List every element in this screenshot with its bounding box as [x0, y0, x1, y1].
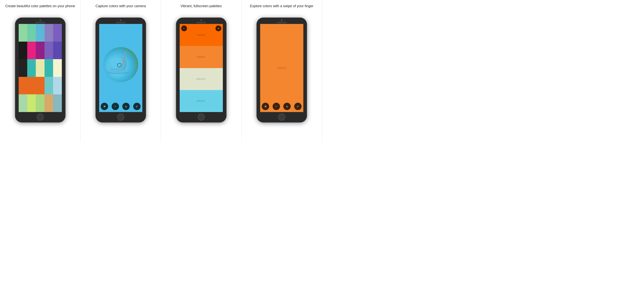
speaker-4 [277, 22, 286, 23]
panel-1-title: Create beautiful color palettes on your … [5, 4, 75, 14]
speaker-2 [116, 22, 126, 23]
palette-cell [19, 24, 27, 42]
phone-4: F3862F [256, 18, 307, 122]
color-code-4: F3862F [277, 67, 286, 70]
palette-cell [19, 59, 27, 77]
palette-cell [36, 42, 44, 59]
palette-row [19, 94, 62, 112]
palette-cell [19, 94, 27, 112]
camera-icon [125, 105, 127, 108]
palette-stripe: F3862F [180, 46, 223, 68]
panel-4-title: Explore colors with a swipe of your fing… [250, 4, 314, 14]
front-camera-1 [40, 20, 41, 21]
palette-stripe: 68D1E7 [180, 90, 223, 112]
palette-row [19, 59, 62, 77]
palette-cell [27, 77, 36, 94]
phone-top-4 [256, 18, 307, 23]
phone-top-2 [96, 18, 146, 23]
nav-external-button[interactable] [216, 26, 221, 31]
screen-2 [99, 24, 142, 112]
nav-back-button[interactable] [181, 26, 187, 31]
palette-cell [36, 94, 44, 112]
hand-button-4[interactable] [272, 103, 280, 110]
palette-cell [19, 77, 27, 94]
cancel-button[interactable] [101, 103, 108, 110]
palette-cell [36, 59, 44, 77]
confirm-button-4[interactable] [294, 103, 302, 110]
phone-2 [96, 18, 146, 122]
front-camera-3 [200, 20, 202, 21]
home-button-1[interactable] [37, 114, 44, 120]
palette-cell [53, 94, 62, 112]
speaker-3 [196, 22, 206, 23]
fullscreen-palette: FA6900F3862FE0E4CC68D1E7 [180, 24, 223, 112]
phone-top-3 [176, 18, 226, 23]
swipe-view: F3862F [260, 24, 303, 112]
camera-button[interactable] [122, 103, 130, 110]
x-icon [103, 105, 106, 108]
confirm-button[interactable] [133, 103, 140, 110]
panel-2: Capture colors with your camera [80, 0, 161, 142]
hand-button[interactable] [112, 103, 119, 110]
palette-cell [19, 42, 27, 59]
camera-controls [99, 103, 142, 110]
coffee-image [103, 47, 138, 82]
palette-row [19, 42, 62, 59]
palette-cell [27, 59, 36, 77]
speaker-1 [36, 22, 45, 23]
palette-cell [27, 94, 36, 112]
screen-3: FA6900F3862FE0E4CC68D1E7 [180, 24, 223, 112]
panel-3: Vibrant, fullscreen palettes FA6900F3862… [161, 0, 242, 142]
palette-cell [44, 77, 53, 94]
palette-cell [44, 94, 53, 112]
left-arrow-icon [183, 27, 185, 30]
palette-cell [53, 24, 62, 42]
palette-cell [36, 77, 44, 94]
camera-view [99, 24, 142, 112]
palette-cell [53, 59, 62, 77]
palette-cell [44, 59, 53, 77]
panel-4: Explore colors with a swipe of your fing… [242, 0, 322, 142]
external-link-icon [217, 27, 219, 30]
stripe-code: 68D1E7 [197, 100, 206, 102]
home-button-3[interactable] [198, 114, 205, 120]
palette-cell [36, 24, 44, 42]
stripe-code: F3862F [197, 56, 206, 58]
stripe-code: E0E4CC [196, 78, 206, 80]
palette-cell [27, 24, 36, 42]
camera-circle [103, 47, 138, 82]
swipe-controls [260, 103, 303, 110]
camera-button-4[interactable] [283, 103, 291, 110]
cancel-button-4[interactable] [262, 103, 269, 110]
cup-saucer [107, 70, 128, 73]
check-icon-4 [296, 105, 299, 108]
stripe-code: FA6900 [197, 34, 206, 36]
palette-row [19, 77, 62, 94]
panel-2-title: Capture colors with your camera [96, 4, 146, 14]
front-camera-4 [281, 20, 282, 21]
hand-icon-4 [275, 105, 278, 108]
check-icon [136, 105, 138, 108]
home-button-4[interactable] [278, 114, 285, 120]
front-camera-2 [120, 20, 122, 21]
home-button-2[interactable] [117, 114, 124, 120]
screen-1 [19, 24, 62, 112]
palette-cell [53, 42, 62, 59]
palette-row [19, 24, 62, 42]
palette-cell [44, 42, 53, 59]
x-icon-4 [264, 105, 267, 108]
hand-icon [114, 105, 116, 108]
palette-cell [53, 77, 62, 94]
phone-3: FA6900F3862FE0E4CC68D1E7 [176, 18, 226, 122]
panel-3-title: Vibrant, fullscreen palettes [181, 4, 222, 14]
palette-cell [27, 42, 36, 59]
palette-stripe: FA6900 [180, 24, 223, 46]
camera-icon-4 [286, 105, 288, 108]
phone-top-1 [15, 18, 66, 23]
phone-1 [15, 18, 66, 122]
screen-4: F3862F [260, 24, 303, 112]
palette-stripe: E0E4CC [180, 68, 223, 90]
panel-1: Create beautiful color palettes on your … [0, 0, 80, 142]
color-target [117, 63, 122, 67]
palette-cell [44, 24, 53, 42]
